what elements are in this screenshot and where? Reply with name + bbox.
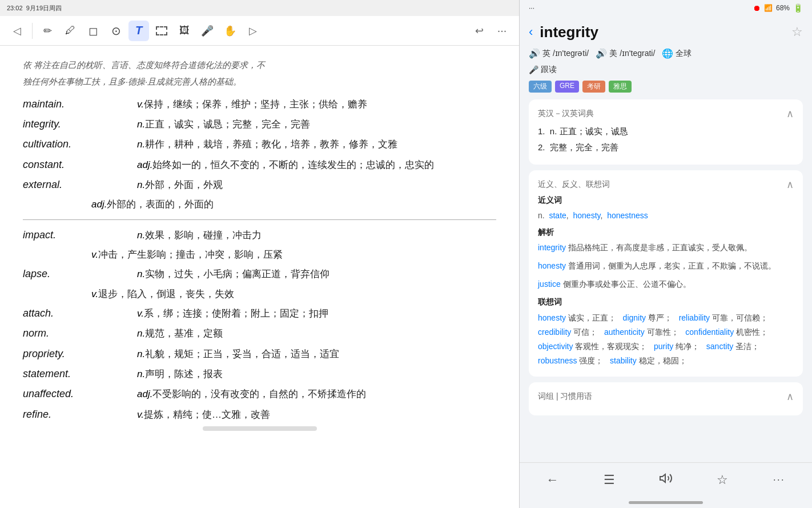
vocab-definition: 耕作，耕种，栽培，养殖；教化，培养，教养，修养，文雅 bbox=[145, 135, 397, 153]
content-area[interactable]: 依 将注在自己的枕听、言语、态度知终符合道德化法的要求，不 独任何外在事物工扶，… bbox=[0, 46, 519, 508]
syn-state[interactable]: state bbox=[549, 211, 566, 220]
syn-honesty[interactable]: honesty bbox=[573, 211, 601, 220]
assoc-reliability[interactable]: reliability bbox=[679, 313, 710, 322]
listen-button[interactable]: 🎤 跟读 bbox=[529, 65, 803, 75]
vocab-pos: n. bbox=[137, 135, 145, 153]
dict-back-button[interactable]: ‹ bbox=[529, 25, 533, 39]
assoc-confidentiality[interactable]: confidentiality bbox=[685, 327, 734, 337]
selection-tool-button[interactable] bbox=[151, 21, 172, 41]
word-justice[interactable]: justice bbox=[538, 279, 561, 289]
vocab-word: norm. bbox=[23, 324, 137, 343]
vocab-line: attach. v.系，绑；连接；使附着；附上；固定；扣押 bbox=[23, 304, 496, 323]
assoc-authenticity[interactable]: authenticity bbox=[604, 327, 645, 337]
vocab-pos: n. bbox=[137, 176, 145, 194]
syn-honestness[interactable]: honestness bbox=[607, 211, 648, 220]
assoc-robustness[interactable]: robustness bbox=[538, 356, 577, 365]
synonyms-section: 近义、反义、联想词 ∧ 近义词 n. state, honesty, hones… bbox=[529, 170, 803, 377]
dict-star-button[interactable]: ☆ bbox=[791, 25, 803, 39]
word-honesty[interactable]: honesty bbox=[538, 261, 566, 270]
uk-phonetic: 🔊 英 /ɪn'tegrəti/ bbox=[529, 48, 589, 59]
nav-more-button[interactable]: ··· bbox=[766, 467, 791, 493]
vocab-definition: 不受影响的，没有改变的，自然的，不矫揉造作的 bbox=[152, 385, 366, 403]
word-integrity[interactable]: integrity bbox=[538, 243, 566, 252]
nav-back-button[interactable]: ← bbox=[540, 467, 565, 493]
syn-toggle[interactable]: ∧ bbox=[786, 178, 794, 191]
vocab-lines-container: maintain. v.保持，继续；保养，维护；坚持，主张；供给，赡养integ… bbox=[23, 95, 496, 424]
vocab-definition: 始终如一的，恒久不变的，不断的，连续发生的；忠诚的，忠实的 bbox=[152, 156, 434, 174]
def-item-1: 1. n. 正直；诚实，诚恳 bbox=[538, 125, 794, 138]
vocab-pos: v. bbox=[137, 95, 144, 113]
bottom-nav: ← ☰ ☆ ··· bbox=[520, 462, 812, 497]
nav-list-button[interactable]: ☰ bbox=[597, 467, 622, 493]
nav-list-icon: ☰ bbox=[604, 473, 615, 487]
assoc-purity[interactable]: purity bbox=[654, 342, 673, 351]
toolbar-separator-1 bbox=[32, 23, 33, 39]
assoc-dignity-def: 尊严； bbox=[646, 313, 677, 322]
text-icon: T bbox=[135, 24, 142, 37]
phrases-toggle[interactable]: ∧ bbox=[786, 390, 794, 403]
nav-star-button[interactable]: ☆ bbox=[710, 467, 735, 493]
assoc-sanctity[interactable]: sanctity bbox=[706, 342, 733, 351]
tag-exam: 考研 bbox=[582, 81, 605, 93]
dict-header: ‹ integrity ☆ bbox=[520, 16, 812, 48]
top-text: 依 将注在自己的枕听、言语、态度知终符合道德化法的要求，不 独任何外在事物工扶，… bbox=[23, 57, 496, 90]
vocab-word: unaffected. bbox=[23, 385, 137, 403]
pen-tool-button[interactable]: ✏ bbox=[37, 21, 58, 41]
battery-level: 68% bbox=[776, 4, 790, 12]
left-time: 23:02 bbox=[7, 5, 23, 11]
us-phonetic: 🔊 美 /ɪn'tegrati/ bbox=[596, 48, 655, 59]
forward-icon: ▷ bbox=[249, 25, 257, 37]
vocab-line: refine. v.提炼，精纯；使…文雅，改善 bbox=[23, 405, 496, 424]
vocab-definition: 保持，继续；保养，维护；坚持，主张；供给，赡养 bbox=[144, 95, 367, 113]
vocab-word: attach. bbox=[23, 304, 137, 323]
left-date: 9月19日周四 bbox=[26, 4, 62, 13]
eraser-tool-button[interactable]: ◻ bbox=[83, 21, 103, 41]
image-tool-button[interactable]: 🖼 bbox=[174, 21, 195, 41]
mic-tool-button[interactable]: 🎤 bbox=[197, 21, 218, 41]
phonetics-row: 🔊 英 /ɪn'tegrəti/ 🔊 美 /ɪn'tegrati/ 🌐 全球 bbox=[529, 48, 803, 59]
analysis-integrity: integrity 指品格纯正，有高度是非感，正直诚实，受人敬佩。 bbox=[538, 241, 794, 255]
assoc-dignity[interactable]: dignity bbox=[623, 313, 646, 322]
uk-speaker-icon[interactable]: 🔊 bbox=[529, 48, 540, 59]
vocab-pos: n. bbox=[137, 365, 145, 383]
right-status-icons: ⏺ 📶 68% 🔋 bbox=[753, 3, 803, 13]
back-icon: ◁ bbox=[13, 25, 21, 37]
assoc-honesty[interactable]: honesty bbox=[538, 313, 566, 322]
global-icon[interactable]: 🌐 bbox=[662, 48, 673, 59]
vocab-word: maintain. bbox=[23, 95, 137, 114]
back-button[interactable]: ◁ bbox=[7, 21, 27, 41]
undo-button[interactable]: ↩ bbox=[469, 21, 489, 41]
text-tool-button[interactable]: T bbox=[128, 21, 149, 41]
image-icon: 🖼 bbox=[179, 25, 190, 37]
assoc-credibility[interactable]: credibility bbox=[538, 327, 571, 337]
nav-star-icon: ☆ bbox=[717, 473, 728, 487]
more-options-button[interactable]: ··· bbox=[492, 21, 512, 41]
forward-button[interactable]: ▷ bbox=[243, 21, 263, 41]
dict-title: integrity bbox=[540, 23, 785, 41]
vocab-line: impact. n.效果，影响，碰撞，冲击力 bbox=[23, 226, 496, 245]
us-speaker-icon[interactable]: 🔊 bbox=[596, 48, 607, 59]
more-icon: ··· bbox=[497, 24, 507, 37]
integrity-def: 指品格纯正，有高度是非感，正直诚实，受人敬佩。 bbox=[568, 243, 752, 252]
lasso-tool-button[interactable]: ⊙ bbox=[106, 21, 126, 41]
toolbar: ◁ ✏ 🖊 ◻ ⊙ T 🖼 🎤 ✋ ▷ bbox=[0, 16, 519, 46]
marker-tool-button[interactable]: 🖊 bbox=[60, 21, 81, 41]
vocab-line: integrity. n.正直，诚实，诚恳；完整，完全，完善 bbox=[23, 115, 496, 134]
vocab-word: refine. bbox=[23, 405, 137, 424]
nav-speaker-button[interactable] bbox=[653, 467, 678, 493]
vocab-pos: v. bbox=[91, 246, 98, 263]
assoc-sanctity-def: 圣洁； bbox=[733, 342, 759, 351]
assoc-stability[interactable]: stability bbox=[610, 356, 637, 365]
left-panel: 23:02 9月19日周四 ◁ ✏ 🖊 ◻ ⊙ T 🖼 🎤 bbox=[0, 0, 520, 508]
vocab-word: propriety. bbox=[23, 345, 137, 363]
assoc-objectivity[interactable]: objectivity bbox=[538, 342, 573, 351]
assoc-title: 联想词 bbox=[538, 297, 794, 307]
us-phonetic-text: 美 /ɪn'tegrati/ bbox=[609, 49, 655, 59]
dict-content[interactable]: 🔊 英 /ɪn'tegrəti/ 🔊 美 /ɪn'tegrati/ 🌐 全球 🎤… bbox=[520, 48, 812, 462]
global-phonetic: 🌐 全球 bbox=[662, 48, 692, 59]
en-cn-toggle[interactable]: ∧ bbox=[786, 107, 794, 120]
vocab-pos: v. bbox=[137, 305, 144, 322]
analysis-honesty: honesty 普通用词，侧重为人忠厚，老实，正直，不欺骗，不说谎。 bbox=[538, 259, 794, 273]
def-item-2: 2. 完整，完全，完善 bbox=[538, 141, 794, 154]
hand-tool-button[interactable]: ✋ bbox=[220, 21, 240, 41]
